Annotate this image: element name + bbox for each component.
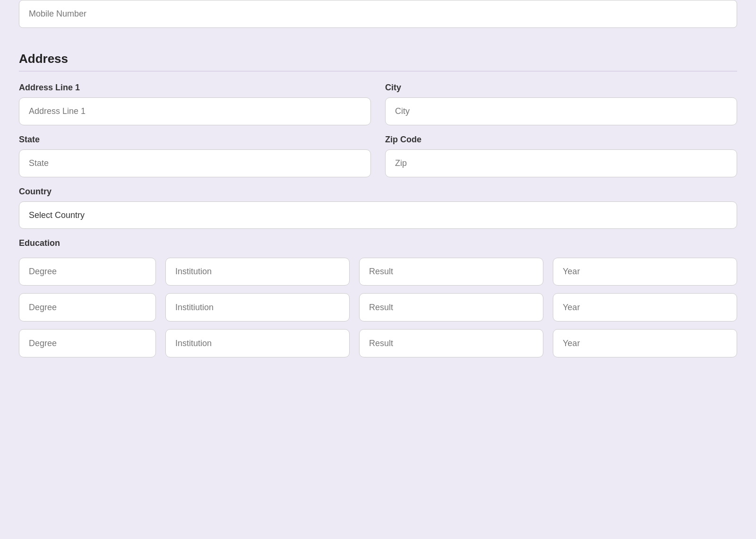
education-result-col-1 <box>359 293 543 322</box>
education-institution-input-1[interactable] <box>165 293 350 322</box>
page-container: Address Address Line 1 City State Zip Co… <box>0 0 756 539</box>
country-col: Country Select Country <box>19 187 737 229</box>
address-line1-input[interactable] <box>19 97 371 125</box>
education-degree-col-1 <box>19 293 156 322</box>
education-year-col-2 <box>553 329 737 357</box>
education-degree-input-2[interactable] <box>19 329 156 357</box>
state-input[interactable] <box>19 149 371 177</box>
address-row-3: Country Select Country <box>19 187 737 229</box>
address-row-2: State Zip Code <box>19 135 737 177</box>
country-label: Country <box>19 187 737 197</box>
education-institution-input-2[interactable] <box>165 329 350 357</box>
address-section-title: Address <box>19 42 737 71</box>
education-institution-col-1 <box>165 293 350 322</box>
education-year-input-1[interactable] <box>553 293 737 322</box>
education-section-title: Education <box>19 238 156 248</box>
education-result-input-1[interactable] <box>359 293 543 322</box>
education-result-col-0 <box>359 258 543 286</box>
state-col: State <box>19 135 371 177</box>
education-row-1 <box>19 293 737 322</box>
education-header-row: Education <box>19 238 737 286</box>
city-input[interactable] <box>385 97 737 125</box>
country-select[interactable]: Select Country <box>19 201 737 229</box>
education-degree-col-2 <box>19 329 156 357</box>
education-row-2 <box>19 329 737 357</box>
education-section: Education <box>19 238 737 357</box>
address-row-1: Address Line 1 City <box>19 83 737 125</box>
city-col: City <box>385 83 737 125</box>
city-label: City <box>385 83 737 93</box>
mobile-number-input[interactable] <box>19 0 737 28</box>
education-year-input-2[interactable] <box>553 329 737 357</box>
education-institution-input-0[interactable] <box>165 258 350 286</box>
education-year-col-1 <box>553 293 737 322</box>
education-degree-input-1[interactable] <box>19 293 156 322</box>
education-year-col-0 <box>553 258 737 286</box>
education-result-input-0[interactable] <box>359 258 543 286</box>
education-result-input-2[interactable] <box>359 329 543 357</box>
address-line1-label: Address Line 1 <box>19 83 371 93</box>
zip-input[interactable] <box>385 149 737 177</box>
education-institution-col-0 <box>165 258 350 286</box>
education-year-input-0[interactable] <box>553 258 737 286</box>
education-label-col: Education <box>19 238 156 286</box>
education-result-col-2 <box>359 329 543 357</box>
zip-col: Zip Code <box>385 135 737 177</box>
state-label: State <box>19 135 371 145</box>
education-degree-input-0[interactable] <box>19 258 156 286</box>
zip-label: Zip Code <box>385 135 737 145</box>
address-line1-col: Address Line 1 <box>19 83 371 125</box>
education-institution-col-2 <box>165 329 350 357</box>
